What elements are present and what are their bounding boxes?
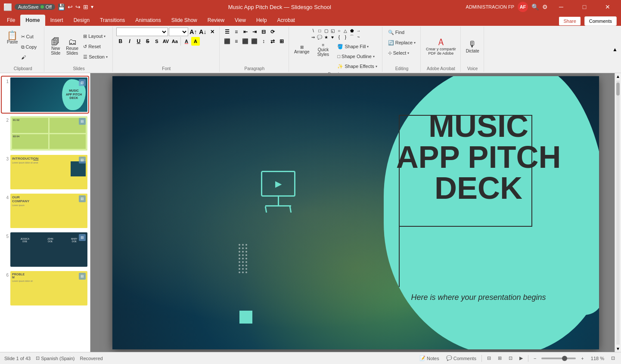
autosave-badge[interactable]: AutoSave Off [15,4,55,10]
scroll-up-button[interactable]: ▲ [615,73,621,80]
replace-button[interactable]: 🔄 Replace ▾ [386,38,418,47]
format-painter-button[interactable]: 🖌 [19,52,39,62]
find-button[interactable]: 🔍 Find [386,28,407,37]
select-button[interactable]: ⊹ Select ▾ [386,48,412,58]
vertical-scrollbar[interactable]: ▲ ▼ [615,73,621,352]
font-family-select[interactable] [116,28,168,36]
layout-button[interactable]: ⊞ Layout ▾ [81,31,110,41]
normal-view-button[interactable]: ⊟ [485,355,493,362]
tab-insert[interactable]: Insert [45,15,68,26]
tab-home[interactable]: Home [20,15,45,26]
shape-fill-button[interactable]: 🪣 Shape Fill ▾ [335,42,379,51]
maximize-button[interactable]: □ [574,0,594,14]
underline-button[interactable]: U [134,37,143,46]
scroll-down-button[interactable]: ▼ [615,345,621,352]
minimize-button[interactable]: ─ [551,0,571,14]
language-selector[interactable]: ⊡ Spanish (Spain) [36,355,75,361]
italic-button[interactable]: I [125,37,134,46]
font-grow-button[interactable]: A↑ [189,28,198,36]
reuse-slides-button[interactable]: 🗂 Reuse Slides [64,35,80,58]
font-shrink-button[interactable]: A↓ [199,28,207,36]
shape-rect[interactable]: □ [317,28,323,34]
reading-view-button[interactable]: ⊡ [507,355,514,362]
shape-arrow[interactable]: → [355,28,361,34]
shape-more[interactable]: ⬟ [349,28,355,34]
copy-button[interactable]: ⧉ Copy [19,42,39,52]
shape-brace2[interactable]: } [342,34,348,40]
clear-format-button[interactable]: ✕ [208,28,217,36]
text-direction-button[interactable]: ⟳ [268,28,277,36]
tab-transitions[interactable]: Transitions [95,15,130,26]
customize-icon[interactable]: ⊞ [83,3,88,10]
scroll-thumb[interactable] [616,83,620,96]
shape-outline-button[interactable]: □ Shape Outline ▾ [335,52,379,61]
zoom-slider[interactable] [541,358,576,359]
undo-icon[interactable]: ↩ [68,3,73,10]
tab-design[interactable]: Design [68,15,95,26]
bullets-button[interactable]: ☰ [223,28,232,36]
line-spacing-button[interactable]: ↕ [259,37,268,46]
tab-slideshow[interactable]: Slide Show [166,15,202,26]
shape-snip[interactable]: ◱ [329,28,335,34]
align-center-button[interactable]: ≡ [232,37,241,46]
text-case-button[interactable]: Aa [171,37,179,46]
strikethrough-button[interactable]: S [143,37,152,46]
notes-button[interactable]: 📝 Notes [418,355,441,362]
font-color-button[interactable]: A [182,37,191,46]
zoom-level[interactable]: 118 % [589,355,606,362]
slide-thumb-4[interactable]: 4 OURCOMPANY Lorem ipsum ⊞ [2,193,88,229]
shape-rounded[interactable]: ▢ [323,28,329,34]
settings-icon[interactable]: ⚙ [542,3,548,10]
save-icon[interactable]: 💾 [58,3,65,10]
section-button[interactable]: ☰ Section ▾ [81,52,110,62]
shape-wave[interactable]: ~ [355,34,361,40]
align-right-button[interactable]: ⬛ [241,37,250,46]
slide-thumb-5[interactable]: 5 JESSICADOE JOHNDOE MARYDOE ⊞ [2,231,88,268]
tab-file[interactable]: File [2,15,20,26]
align-left-button[interactable]: ⬛ [223,37,232,46]
slide-sorter-button[interactable]: ⊞ [496,355,503,362]
font-size-select[interactable] [169,28,188,36]
shape-heart[interactable]: ♥ [329,34,335,40]
shape-effects-button[interactable]: ✨ Shape Effects ▾ [335,62,379,71]
columns-button[interactable]: ⊟ [259,28,268,36]
comments-button[interactable]: Comments [584,16,617,26]
slide-thumb-2[interactable]: 2 01 02 03 04 ⊞ [2,115,88,151]
new-slide-button[interactable]: 🗐 New Slide [48,35,63,58]
paste-button[interactable]: 📋 Paste ✂ Cut ⧉ Copy 🖌 [4,29,41,64]
highlight-button[interactable]: A [191,37,200,46]
slide-title-block[interactable]: MUSIC APP PITCH DECK [375,111,582,204]
ribbon-collapse[interactable]: ▲ [611,27,619,72]
tab-acrobat[interactable]: Acrobat [272,15,300,26]
increase-indent-button[interactable]: ⇥ [250,28,259,36]
justify-button[interactable]: ⬛ [250,37,259,46]
reset-button[interactable]: ↺ Reset [81,42,110,51]
quick-styles-button[interactable]: ≡ Quick Styles [312,42,334,57]
shadow-button[interactable]: S [152,37,161,46]
shape-circle[interactable]: ○ [336,28,342,34]
slide-thumb-1[interactable]: 1 MUSICAPP PITCHDECK ⊞ [2,77,88,113]
arrange-button[interactable]: ⊠ Arrange [292,42,311,57]
dictate-button[interactable]: 🎙 Dictate [464,35,481,58]
close-button[interactable]: ✕ [598,0,618,14]
shape-callout[interactable]: 💬 [317,34,323,40]
zoom-in-button[interactable]: + [579,355,585,362]
shape-ribbon[interactable]: ⌒ [349,34,355,40]
shape-brace[interactable]: { [336,34,342,40]
scroll-track[interactable] [616,80,620,345]
slide-panel[interactable]: 1 MUSICAPP PITCHDECK ⊞ 2 01 02 03 04 [0,73,90,352]
char-spacing-button[interactable]: AV [161,37,170,46]
user-avatar[interactable]: AF [518,2,528,12]
shape-line[interactable]: \ [310,28,316,34]
convert-button[interactable]: ⇄ [268,37,277,46]
share-button[interactable]: Share [559,16,581,26]
fit-slide-button[interactable]: ⊡ [609,355,617,362]
tab-view[interactable]: View [230,15,251,26]
cut-button[interactable]: ✂ Cut [19,32,39,41]
zoom-out-button[interactable]: − [532,355,538,362]
tab-animations[interactable]: Animations [130,15,166,26]
slide-thumb-6[interactable]: 6 PROBLEM Lorem ipsum dolor sit ⊞ [2,270,88,306]
decrease-indent-button[interactable]: ⇤ [241,28,250,36]
shape-star[interactable]: ★ [323,34,329,40]
tab-review[interactable]: Review [202,15,230,26]
